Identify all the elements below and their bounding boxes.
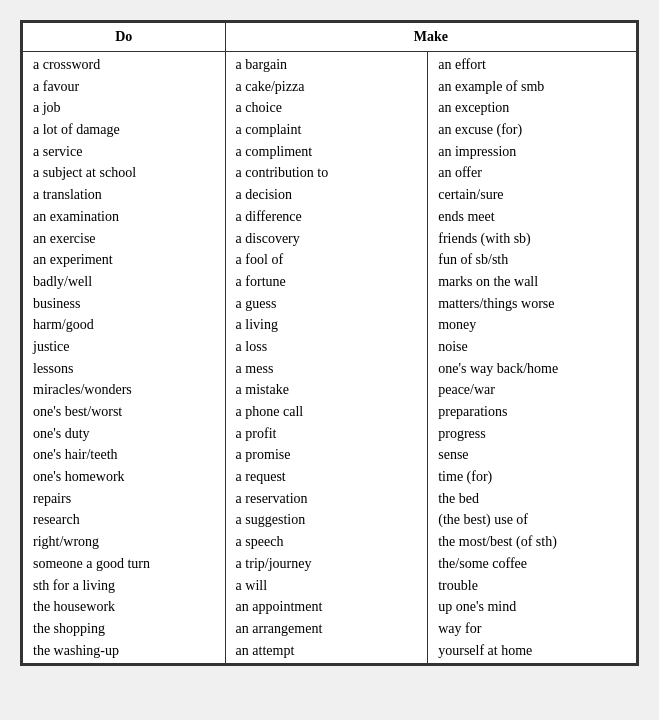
list-item: lessons [33, 358, 215, 380]
list-item: repairs [33, 488, 215, 510]
list-item: a fool of [236, 249, 418, 271]
list-item: a mistake [236, 379, 418, 401]
list-item: badly/well [33, 271, 215, 293]
header-make: Make [225, 23, 636, 52]
list-item: business [33, 293, 215, 315]
list-item: a trip/journey [236, 553, 418, 575]
list-item: a mess [236, 358, 418, 380]
list-item: one's way back/home [438, 358, 626, 380]
table-row: a crossworda favoura joba lot of damagea… [23, 52, 637, 664]
list-item: an arrangement [236, 618, 418, 640]
list-item: the shopping [33, 618, 215, 640]
list-item: progress [438, 423, 626, 445]
list-item: harm/good [33, 314, 215, 336]
do-list: a crossworda favoura joba lot of damagea… [33, 54, 215, 661]
list-item: the most/best (of sth) [438, 531, 626, 553]
list-item: sense [438, 444, 626, 466]
list-item: a request [236, 466, 418, 488]
list-item: a reservation [236, 488, 418, 510]
do-make-table: Do Make a crossworda favoura joba lot of… [22, 22, 637, 664]
list-item: fun of sb/sth [438, 249, 626, 271]
list-item: the/some coffee [438, 553, 626, 575]
list-item: yourself at home [438, 640, 626, 662]
list-item: an excuse (for) [438, 119, 626, 141]
list-item: an effort [438, 54, 626, 76]
list-item: peace/war [438, 379, 626, 401]
list-item: a bargain [236, 54, 418, 76]
list-item: an attempt [236, 640, 418, 662]
make-col1-cell: a bargaina cake/pizzaa choicea complaint… [225, 52, 428, 664]
list-item: a complaint [236, 119, 418, 141]
main-table-wrapper: Do Make a crossworda favoura joba lot of… [20, 20, 639, 666]
list-item: time (for) [438, 466, 626, 488]
list-item: a phone call [236, 401, 418, 423]
list-item: a loss [236, 336, 418, 358]
list-item: an appointment [236, 596, 418, 618]
list-item: a guess [236, 293, 418, 315]
list-item: preparations [438, 401, 626, 423]
list-item: an exercise [33, 228, 215, 250]
list-item: a service [33, 141, 215, 163]
list-item: a subject at school [33, 162, 215, 184]
make-col1-list: a bargaina cake/pizzaa choicea complaint… [236, 54, 418, 661]
list-item: the bed [438, 488, 626, 510]
list-item: a discovery [236, 228, 418, 250]
list-item: one's duty [33, 423, 215, 445]
list-item: up one's mind [438, 596, 626, 618]
header-do: Do [23, 23, 226, 52]
list-item: (the best) use of [438, 509, 626, 531]
list-item: a favour [33, 76, 215, 98]
make-col2-list: an effortan example of smban exceptionan… [438, 54, 626, 661]
list-item: an examination [33, 206, 215, 228]
list-item: friends (with sb) [438, 228, 626, 250]
list-item: matters/things worse [438, 293, 626, 315]
list-item: a choice [236, 97, 418, 119]
list-item: noise [438, 336, 626, 358]
list-item: a compliment [236, 141, 418, 163]
list-item: certain/sure [438, 184, 626, 206]
list-item: a cake/pizza [236, 76, 418, 98]
make-col2-cell: an effortan example of smban exceptionan… [428, 52, 637, 664]
list-item: a translation [33, 184, 215, 206]
list-item: a lot of damage [33, 119, 215, 141]
list-item: one's hair/teeth [33, 444, 215, 466]
list-item: an offer [438, 162, 626, 184]
list-item: ends meet [438, 206, 626, 228]
list-item: a suggestion [236, 509, 418, 531]
list-item: research [33, 509, 215, 531]
list-item: a fortune [236, 271, 418, 293]
list-item: a decision [236, 184, 418, 206]
list-item: an example of smb [438, 76, 626, 98]
list-item: trouble [438, 575, 626, 597]
list-item: an impression [438, 141, 626, 163]
list-item: a profit [236, 423, 418, 445]
list-item: justice [33, 336, 215, 358]
list-item: a living [236, 314, 418, 336]
list-item: miracles/wonders [33, 379, 215, 401]
list-item: money [438, 314, 626, 336]
list-item: marks on the wall [438, 271, 626, 293]
list-item: a job [33, 97, 215, 119]
list-item: one's best/worst [33, 401, 215, 423]
list-item: sth for a living [33, 575, 215, 597]
list-item: a crossword [33, 54, 215, 76]
do-cell: a crossworda favoura joba lot of damagea… [23, 52, 226, 664]
list-item: the housework [33, 596, 215, 618]
list-item: one's homework [33, 466, 215, 488]
list-item: an exception [438, 97, 626, 119]
list-item: a will [236, 575, 418, 597]
list-item: a promise [236, 444, 418, 466]
list-item: the washing-up [33, 640, 215, 662]
list-item: a difference [236, 206, 418, 228]
list-item: someone a good turn [33, 553, 215, 575]
list-item: a contribution to [236, 162, 418, 184]
list-item: a speech [236, 531, 418, 553]
list-item: an experiment [33, 249, 215, 271]
list-item: right/wrong [33, 531, 215, 553]
list-item: way for [438, 618, 626, 640]
